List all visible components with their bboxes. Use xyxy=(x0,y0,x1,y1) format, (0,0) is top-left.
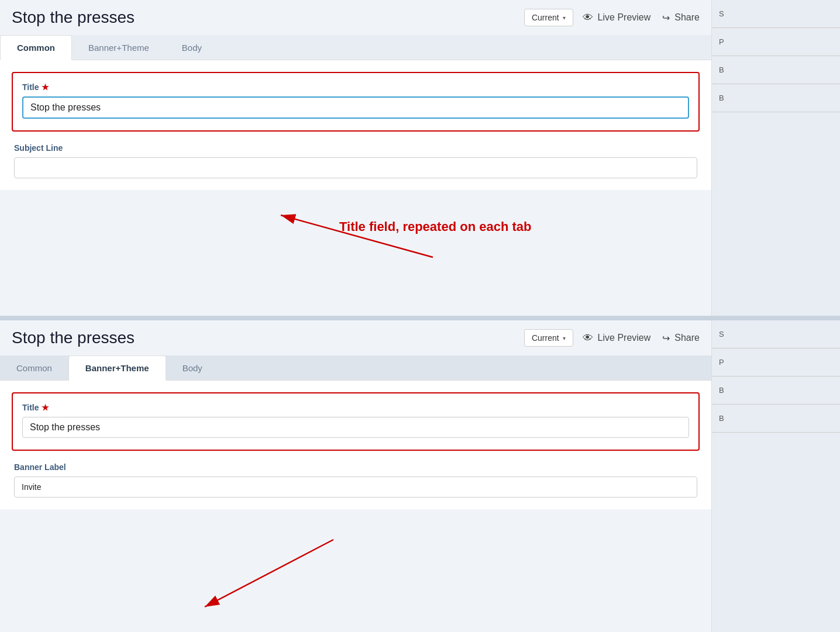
banner-section-2: Banner Label xyxy=(12,462,700,498)
title-input-1[interactable] xyxy=(22,96,689,119)
chevron-down-icon-1: ▾ xyxy=(563,15,566,21)
panel-1-title: Stop the presses xyxy=(12,8,515,27)
subject-label-text-1: Subject Line xyxy=(14,143,63,153)
banner-label-text-2: Banner Label xyxy=(14,462,66,472)
right-panel-item-2: P xyxy=(712,28,840,56)
title-section-1: Title ★ xyxy=(12,72,700,132)
title-label-text-1: Title xyxy=(22,82,39,92)
tab-bar-1: Common Banner+Theme Body xyxy=(0,35,711,60)
share-button-2[interactable]: ↪ Share xyxy=(662,333,700,344)
header-actions-1: 👁 Live Preview ↪ Share xyxy=(583,12,700,24)
right-panel-item-1: S xyxy=(712,0,840,28)
share-icon-2: ↪ xyxy=(662,333,670,344)
version-dropdown-2[interactable]: Current ▾ xyxy=(524,329,573,347)
subject-section-1: Subject Line xyxy=(12,143,700,178)
title-section-2: Title ★ xyxy=(12,392,700,451)
tab-body-2[interactable]: Body xyxy=(166,355,219,380)
title-label-1: Title ★ xyxy=(22,82,689,92)
eye-icon-1: 👁 xyxy=(583,12,593,24)
title-label-text-2: Title xyxy=(22,403,39,412)
version-dropdown-1[interactable]: Current ▾ xyxy=(524,9,573,26)
right-panel-2: S P B B xyxy=(711,320,840,632)
panel-2-layout: Stop the presses Current ▾ 👁 Live Previe… xyxy=(0,320,840,632)
banner-input-2[interactable] xyxy=(14,476,697,498)
chevron-down-icon-2: ▾ xyxy=(563,335,566,341)
right-panel-1: S P B B xyxy=(711,0,840,316)
header-actions-2: 👁 Live Preview ↪ Share xyxy=(583,332,700,344)
panel-separator xyxy=(0,316,840,320)
right-panel-item-3: B xyxy=(712,56,840,84)
share-label-2: Share xyxy=(674,333,700,343)
right-panel-2-item-2: P xyxy=(712,348,840,377)
version-label-1: Current xyxy=(532,13,559,22)
tab-bar-2: Common Banner+Theme Body xyxy=(0,355,711,381)
share-label-1: Share xyxy=(674,12,700,23)
right-panel-2-item-3: B xyxy=(712,377,840,405)
required-star-1: ★ xyxy=(42,82,49,92)
panel-2-content: Title ★ Banner Label xyxy=(0,381,711,509)
panel-2-header: Stop the presses Current ▾ 👁 Live Previe… xyxy=(0,320,711,355)
panel-1-layout: Stop the presses Current ▾ 👁 Live Previe… xyxy=(0,0,840,316)
panel-1-left: Stop the presses Current ▾ 👁 Live Previe… xyxy=(0,0,711,316)
tab-common-1[interactable]: Common xyxy=(0,35,72,60)
live-preview-label-1: Live Preview xyxy=(598,12,651,23)
live-preview-button-1[interactable]: 👁 Live Preview xyxy=(583,12,651,24)
version-label-2: Current xyxy=(532,333,559,343)
panel-2-title: Stop the presses xyxy=(12,329,515,347)
banner-label-2: Banner Label xyxy=(14,462,697,472)
tab-banner-theme-2[interactable]: Banner+Theme xyxy=(68,355,166,381)
right-panel-2-item-4: B xyxy=(712,405,840,433)
right-panel-item-4: B xyxy=(712,84,840,112)
live-preview-label-2: Live Preview xyxy=(598,333,651,343)
subject-input-1[interactable] xyxy=(14,157,697,178)
title-label-2: Title ★ xyxy=(22,403,689,412)
eye-icon-2: 👁 xyxy=(583,332,593,344)
panel-1-content: Title ★ Subject Line xyxy=(0,60,711,190)
subject-label-1: Subject Line xyxy=(14,143,697,153)
panel-2-left: Stop the presses Current ▾ 👁 Live Previe… xyxy=(0,320,711,632)
title-input-2[interactable] xyxy=(22,417,689,438)
tab-common-2[interactable]: Common xyxy=(0,355,68,380)
right-panel-2-item-1: S xyxy=(712,320,840,348)
live-preview-button-2[interactable]: 👁 Live Preview xyxy=(583,332,651,344)
tab-body-1[interactable]: Body xyxy=(166,35,218,60)
panel-1-header: Stop the presses Current ▾ 👁 Live Previe… xyxy=(0,0,711,35)
required-star-2: ★ xyxy=(42,403,49,412)
tab-banner-theme-1[interactable]: Banner+Theme xyxy=(72,35,166,60)
share-icon-1: ↪ xyxy=(662,12,670,23)
share-button-1[interactable]: ↪ Share xyxy=(662,12,700,23)
